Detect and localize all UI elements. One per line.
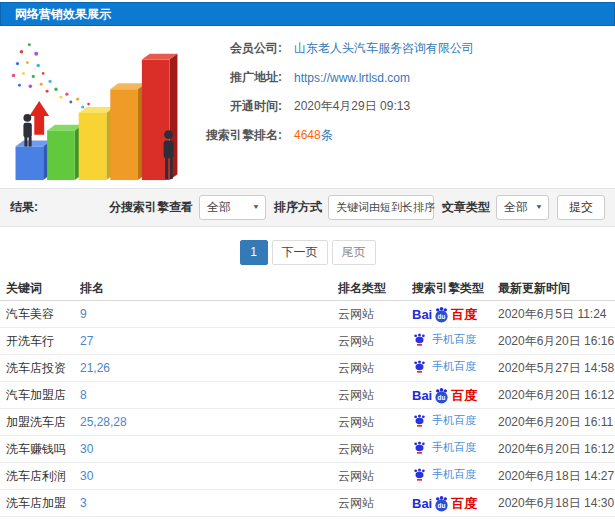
- sort-filter-label: 排序方式: [274, 199, 322, 216]
- arrow-up-icon: [29, 101, 49, 135]
- mobile-baidu-label: 手机百度: [432, 413, 476, 428]
- svg-text:du: du: [438, 501, 446, 508]
- updated-time-cell: 2020年6月18日 14:27: [498, 468, 615, 485]
- updated-time-cell: 2020年6月5日 11:24: [498, 306, 615, 323]
- info-row-company: 会员公司: 山东老人头汽车服务咨询有限公司: [194, 40, 474, 57]
- svg-text:du: du: [438, 312, 446, 319]
- keyword-cell: 汽车美容: [0, 306, 80, 323]
- company-info: 会员公司: 山东老人头汽车服务咨询有限公司 推广地址: https://www.…: [194, 30, 474, 188]
- baidu-text: 百度: [451, 308, 477, 321]
- keyword-cell: 加盟洗车店: [0, 414, 80, 431]
- info-section: 会员公司: 山东老人头汽车服务咨询有限公司 推广地址: https://www.…: [0, 26, 615, 188]
- rank-type-cell: 云网站: [338, 306, 412, 323]
- url-label: 推广地址:: [194, 69, 282, 86]
- company-label: 会员公司:: [194, 40, 282, 57]
- confetti-dots: [12, 43, 94, 112]
- table-row: 洗车店加盟 3 云网站 Bai du 百度 2020年6月18日 14:30: [0, 490, 615, 517]
- keyword-cell: 洗车店投资: [0, 360, 80, 377]
- rank-cell: 8: [80, 388, 338, 402]
- page-1-button[interactable]: 1: [240, 240, 268, 265]
- mobile-baidu-paw-icon: [412, 467, 427, 482]
- header-updated: 最新更新时间: [498, 280, 615, 297]
- baidu-bai-text: Bai: [412, 389, 432, 402]
- rank-cell: 27: [80, 334, 338, 348]
- table-row: 开洗车行 27 云网站 手机百度 2020年6月20日 16:16: [0, 328, 615, 355]
- rank-type-cell: 云网站: [338, 360, 412, 377]
- keyword-cell: 汽车加盟店: [0, 387, 80, 404]
- table-row: 洗车店投资 21,26 云网站 手机百度 2020年5月27日 14:58: [0, 355, 615, 382]
- baidu-text: 百度: [451, 389, 477, 402]
- rank-unit: 条: [321, 128, 333, 142]
- info-row-open-time: 开通时间: 2020年4月29日 09:13: [194, 98, 474, 115]
- mobile-baidu-logo: 手机百度: [412, 332, 476, 347]
- next-page-button[interactable]: 下一页: [272, 240, 328, 265]
- info-row-rank: 搜索引擎排名: 4648条: [194, 127, 474, 144]
- submit-button[interactable]: 提交: [557, 195, 605, 220]
- last-page-button[interactable]: 尾页: [332, 240, 376, 265]
- table-row: 汽车加盟店 8 云网站 Bai du 百度 2020年6月20日 16:12: [0, 382, 615, 409]
- baidu-text: 百度: [451, 497, 477, 510]
- mobile-baidu-paw-icon: [412, 359, 427, 374]
- baidu-paw-icon: du: [433, 495, 450, 512]
- rank-value: 4648条: [294, 127, 333, 144]
- header-rank-type: 排名类型: [338, 280, 412, 297]
- page-title: 网络营销效果展示: [15, 7, 111, 21]
- open-time-value: 2020年4月29日 09:13: [294, 98, 410, 115]
- mobile-baidu-label: 手机百度: [432, 467, 476, 482]
- engine-type-cell: 手机百度: [412, 467, 498, 485]
- keyword-cell: 洗车店利润: [0, 468, 80, 485]
- company-link[interactable]: 山东老人头汽车服务咨询有限公司: [294, 40, 474, 57]
- updated-time-cell: 2020年6月20日 16:16: [498, 333, 615, 350]
- keyword-cell: 洗车赚钱吗: [0, 441, 80, 458]
- table-row: 洗车店利润 30 云网站 手机百度 2020年6月18日 14:27: [0, 463, 615, 490]
- baidu-logo: Bai du 百度: [412, 387, 477, 404]
- baidu-logo: Bai du 百度: [412, 306, 477, 323]
- sort-select[interactable]: 关键词由短到长排序 ▼: [328, 195, 434, 220]
- baidu-paw-icon: du: [433, 387, 450, 404]
- rank-label: 搜索引擎排名:: [194, 127, 282, 144]
- engine-type-cell: Bai du 百度: [412, 306, 498, 323]
- mobile-baidu-paw-icon: [412, 332, 427, 347]
- keyword-cell: 开洗车行: [0, 333, 80, 350]
- engine-type-cell: 手机百度: [412, 413, 498, 431]
- promotion-url-link[interactable]: https://www.lrtlsd.com: [294, 71, 410, 85]
- baidu-paw-icon: du: [433, 306, 450, 323]
- rank-cell: 25,28,28: [80, 415, 338, 429]
- updated-time-cell: 2020年5月27日 14:58: [498, 360, 615, 377]
- rank-cell: 21,26: [80, 361, 338, 375]
- table-body: 汽车美容 9 云网站 Bai du 百度 2020年6月5日 11:24 开洗车…: [0, 301, 615, 517]
- rank-count: 4648: [294, 128, 321, 142]
- chevron-down-icon: ▼: [535, 204, 543, 211]
- updated-time-cell: 2020年6月20日 16:12: [498, 441, 615, 458]
- bar-chart-illustration: [2, 30, 188, 186]
- engine-type-cell: Bai du 百度: [412, 387, 498, 404]
- rank-type-cell: 云网站: [338, 387, 412, 404]
- rank-cell: 3: [80, 496, 338, 510]
- engine-select[interactable]: 全部 ▼: [199, 195, 266, 220]
- article-type-label: 文章类型: [442, 199, 490, 216]
- rank-type-cell: 云网站: [338, 333, 412, 350]
- engine-type-cell: Bai du 百度: [412, 495, 498, 512]
- mobile-baidu-label: 手机百度: [432, 440, 476, 455]
- updated-time-cell: 2020年6月20日 16:11: [498, 414, 615, 431]
- info-row-url: 推广地址: https://www.lrtlsd.com: [194, 69, 474, 86]
- rank-type-cell: 云网站: [338, 441, 412, 458]
- mobile-baidu-logo: 手机百度: [412, 440, 476, 455]
- article-type-select[interactable]: 全部 ▼: [496, 195, 549, 220]
- updated-time-cell: 2020年6月18日 14:30: [498, 495, 615, 512]
- open-time-label: 开通时间:: [194, 98, 282, 115]
- filter-bar: 结果: 分搜索引擎查看 全部 ▼ 排序方式 关键词由短到长排序 ▼ 文章类型 全…: [0, 188, 615, 227]
- engine-filter-label: 分搜索引擎查看: [109, 199, 193, 216]
- table-header-row: 关键词 排名 排名类型 搜索引擎类型 最新更新时间: [0, 276, 615, 301]
- page: 网络营销效果展示: [0, 0, 615, 520]
- result-label: 结果:: [10, 199, 38, 216]
- mobile-baidu-paw-icon: [412, 440, 427, 455]
- mobile-baidu-label: 手机百度: [432, 359, 476, 374]
- mobile-baidu-label: 手机百度: [432, 332, 476, 347]
- mobile-baidu-paw-icon: [412, 413, 427, 428]
- engine-select-value: 全部: [207, 199, 231, 216]
- chevron-down-icon: ▼: [252, 204, 260, 211]
- table-row: 洗车赚钱吗 30 云网站 手机百度 2020年6月20日 16:12: [0, 436, 615, 463]
- engine-type-cell: 手机百度: [412, 440, 498, 458]
- sort-select-value: 关键词由短到长排序: [336, 200, 435, 215]
